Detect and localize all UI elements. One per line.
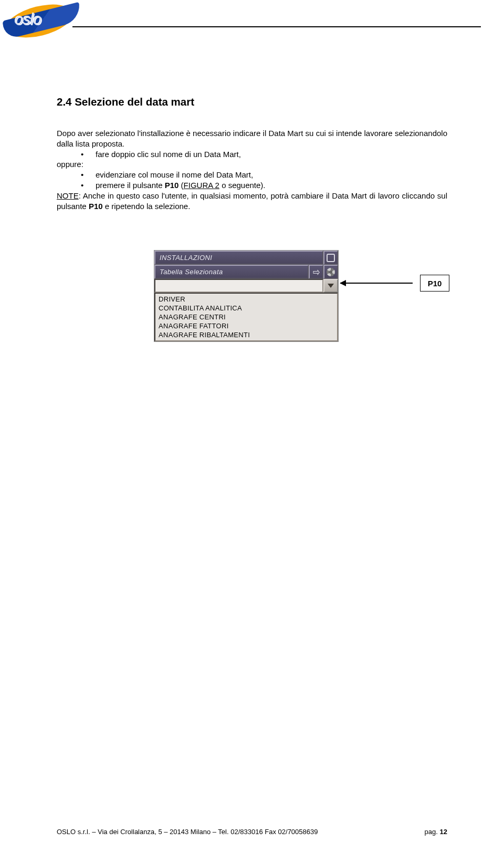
panel-row-3 <box>154 279 338 293</box>
page-footer: OSLO s.r.l. – Via dei Crollalanza, 5 – 2… <box>57 828 447 836</box>
installazioni-button[interactable] <box>323 251 338 265</box>
selection-input[interactable] <box>154 279 323 293</box>
note-paragraph: NOTE: Anche in questo caso l'utente, in … <box>57 191 447 212</box>
bullet-item: evidenziare col mouse il nome del Data M… <box>57 170 447 180</box>
chevron-down-icon <box>328 284 334 288</box>
page-number: 12 <box>440 828 447 836</box>
list-item[interactable]: ANAGRAFE RIBALTAMENTI <box>155 330 337 339</box>
callout-arrow <box>340 283 413 284</box>
tabella-selezionata-header: Tabella Selezionata <box>154 265 309 279</box>
callout-label-p10: P10 <box>420 275 449 292</box>
panel-row-1: INSTALLAZIONI <box>154 251 338 265</box>
bullet-list-2: evidenziare col mouse il nome del Data M… <box>57 170 447 191</box>
bullet3-mid: ( <box>178 181 183 190</box>
list-item[interactable]: DRIVER <box>155 295 337 304</box>
ui-panel: INSTALLAZIONI Tabella Selezionata ⇨ <box>154 250 339 342</box>
list-item[interactable]: ANAGRAFE CENTRI <box>155 313 337 321</box>
arrow-button[interactable]: ⇨ <box>309 265 323 279</box>
page-header: oslo <box>0 0 504 15</box>
note-label: NOTE <box>57 191 79 200</box>
fan-icon <box>327 268 335 276</box>
fan-button[interactable] <box>323 265 338 279</box>
content: 2.4 Selezione del data mart Dopo aver se… <box>0 15 504 387</box>
bullet3-pre: premere il pulsante <box>96 181 165 190</box>
installazioni-header: INSTALLAZIONI <box>154 251 323 265</box>
header-rule <box>72 26 481 27</box>
bullet-item: fare doppio clic sul nome di un Data Mar… <box>57 149 447 160</box>
panel-row-2: Tabella Selezionata ⇨ <box>154 265 338 279</box>
arrow-right-icon: ⇨ <box>313 266 320 279</box>
figure-link[interactable]: FIGURA 2 <box>184 181 219 190</box>
note-bold: P10 <box>89 202 103 211</box>
bullet-item: premere il pulsante P10 (FIGURA 2 o segu… <box>57 180 447 191</box>
oppure-text: oppure: <box>57 159 447 170</box>
data-mart-list: DRIVER CONTABILITA ANALITICA ANAGRAFE CE… <box>154 293 338 341</box>
bullet3-bold: P10 <box>165 181 179 190</box>
intro-paragraph: Dopo aver selezionato l'installazione è … <box>57 128 447 149</box>
screenshot-area: INSTALLAZIONI Tabella Selezionata ⇨ <box>57 250 447 387</box>
bullet3-post: o seguente). <box>219 181 266 190</box>
dropdown-button-p10[interactable] <box>323 279 338 293</box>
oslo-logo: oslo <box>5 3 74 40</box>
bullet-list-1: fare doppio clic sul nome di un Data Mar… <box>57 149 447 160</box>
logo-text: oslo <box>15 11 41 28</box>
list-item[interactable]: ANAGRAFE FATTORI <box>155 321 337 330</box>
footer-left: OSLO s.r.l. – Via dei Crollalanza, 5 – 2… <box>57 828 318 836</box>
footer-right: pag. 12 <box>425 828 447 836</box>
list-item[interactable]: CONTABILITA ANALITICA <box>155 304 337 313</box>
square-o-icon <box>327 254 335 262</box>
section-title: 2.4 Selezione del data mart <box>57 96 447 108</box>
note-mid2: e ripetendo la selezione. <box>103 202 191 211</box>
